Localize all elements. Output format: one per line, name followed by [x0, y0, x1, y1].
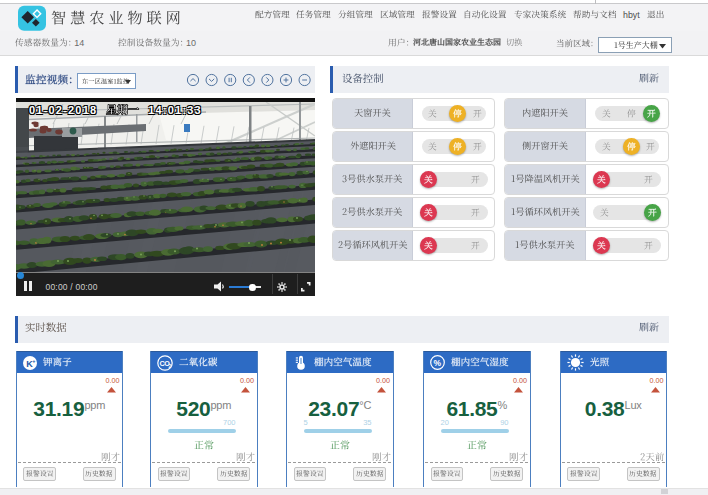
svg-text:%: %: [433, 358, 441, 368]
svg-text:+: +: [32, 357, 35, 363]
svg-text:2: 2: [169, 363, 172, 369]
